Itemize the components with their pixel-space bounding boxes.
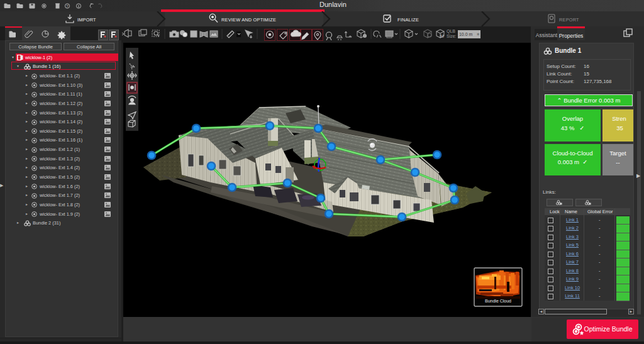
svg-text:M: M [440, 34, 444, 38]
svg-text:Bundle Cloud: Bundle Cloud [485, 299, 511, 303]
